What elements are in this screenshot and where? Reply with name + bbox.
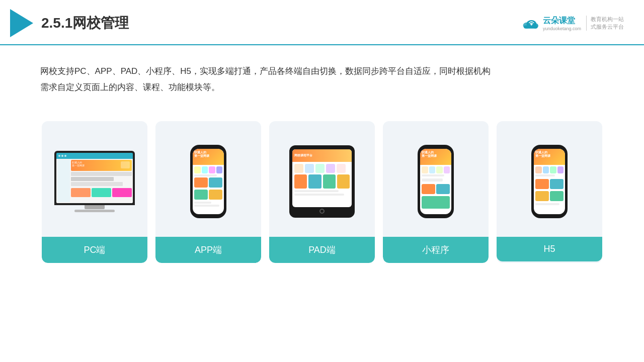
logo-triangle-icon: [10, 9, 33, 37]
header-right: 云朵课堂 yunduoketang.com 教育机构一站 式服务云平台: [521, 16, 624, 31]
pad-mockup-container: 网校课程平台: [269, 121, 375, 237]
pc-mockup: 职通人的第一堂网课: [54, 151, 135, 212]
tablet-outer: 网校课程平台: [289, 145, 355, 218]
tablet-mockup: 网校课程平台: [289, 145, 355, 218]
pc-mockup-container: 职通人的第一堂网课: [42, 121, 147, 237]
svg-rect-3: [524, 26, 537, 29]
cloud-icon: [521, 16, 540, 30]
pc-label: PC端: [42, 237, 147, 263]
cards-section: 职通人的第一堂网课: [0, 111, 644, 278]
miniapp-label: 小程序: [383, 237, 489, 263]
slogan-line1: 教育机构一站: [591, 16, 624, 23]
phone-screen-h5: 职通人的第一堂网课: [534, 149, 565, 214]
pc-screen-inner: 职通人的第一堂网课: [56, 153, 133, 203]
pad-label: PAD端: [269, 237, 375, 263]
phone-outer-miniapp: 职通人的第一堂网课: [418, 145, 454, 218]
h5-label: H5: [497, 237, 602, 261]
h5-mockup-container: 职通人的第一堂网课: [497, 121, 602, 237]
phone-mockup-h5: 职通人的第一堂网课: [531, 145, 568, 218]
device-card-pc: 职通人的第一堂网课: [42, 121, 147, 263]
brand-name: 云朵课堂: [543, 16, 581, 26]
app-label: APP端: [155, 237, 261, 263]
device-card-app: 职通人的第一堂网课: [155, 121, 261, 263]
description-line2: 需求自定义页面上的内容、课程、功能模块等。: [40, 79, 604, 96]
svg-point-4: [531, 24, 532, 26]
pc-screen-outer: 职通人的第一堂网课: [54, 151, 135, 205]
brand-slogan: 教育机构一站 式服务云平台: [586, 16, 624, 31]
header-left: 2.5.1网校管理: [10, 9, 129, 37]
slogan-line2: 式服务云平台: [591, 23, 624, 31]
brand-info: 云朵课堂 yunduoketang.com: [543, 16, 581, 31]
page-container: 2.5.1网校管理 云朵课堂 yunduoketang.com: [0, 0, 644, 362]
header: 2.5.1网校管理 云朵课堂 yunduoketang.com: [0, 0, 644, 45]
phone-mockup-app: 职通人的第一堂网课: [190, 145, 226, 218]
phone-screen-miniapp: 职通人的第一堂网课: [420, 149, 451, 214]
app-mockup-container: 职通人的第一堂网课: [155, 121, 261, 237]
device-card-miniapp: 职通人的第一堂网课: [383, 121, 489, 263]
brand-url: yunduoketang.com: [543, 26, 581, 31]
tablet-home-button: [319, 209, 325, 214]
tablet-screen: 网校课程平台: [292, 149, 352, 207]
description-line1: 网校支持PC、APP、PAD、小程序、H5，实现多端打通，产品各终端自由切换，数…: [40, 63, 604, 79]
phone-outer-h5: 职通人的第一堂网课: [531, 145, 568, 218]
phone-mockup-miniapp: 职通人的第一堂网课: [418, 145, 454, 218]
miniapp-mockup-container: 职通人的第一堂网课: [383, 121, 489, 237]
brand-logo: 云朵课堂 yunduoketang.com 教育机构一站 式服务云平台: [521, 16, 624, 31]
description: 网校支持PC、APP、PAD、小程序、H5，实现多端打通，产品各终端自由切换，数…: [0, 45, 644, 106]
page-title: 2.5.1网校管理: [41, 14, 129, 33]
device-card-pad: 网校课程平台: [269, 121, 375, 263]
device-card-h5: 职通人的第一堂网课: [497, 121, 602, 263]
phone-outer-app: 职通人的第一堂网课: [190, 145, 226, 218]
phone-screen-app: 职通人的第一堂网课: [193, 149, 224, 214]
